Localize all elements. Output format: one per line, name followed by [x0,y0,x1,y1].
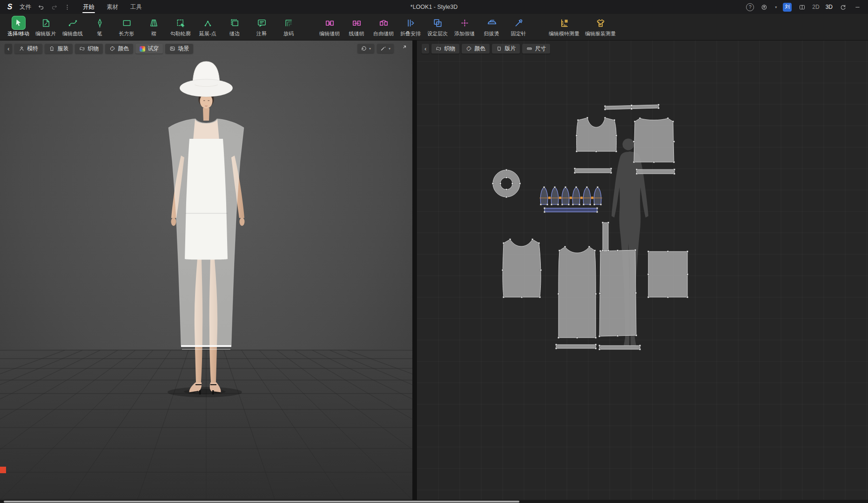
pattern-handle[interactable] [576,337,578,339]
alert-badge[interactable] [0,467,6,473]
pattern-handle[interactable] [574,172,576,174]
pattern-handle[interactable] [588,246,590,248]
pattern-handle[interactable] [667,251,669,252]
pattern-handle[interactable] [610,172,612,174]
pattern-handle[interactable] [576,150,578,152]
tool-add-baste[interactable]: 添加假缝 [451,14,478,37]
pattern-handle[interactable] [558,250,560,252]
horizontal-scrollbar[interactable] [0,500,868,503]
pattern-handle[interactable] [544,211,545,213]
pattern-handle[interactable] [564,246,566,248]
pattern-handle[interactable] [602,250,604,252]
pattern-handle[interactable] [586,186,588,188]
pattern-piece-slip-bodice[interactable] [503,239,541,297]
pattern-handle[interactable] [579,204,580,205]
pattern-handle[interactable] [635,334,637,336]
panel-divider[interactable] [412,40,417,503]
pattern-handle[interactable] [539,296,541,298]
pattern-piece-dress-front-panel[interactable] [558,247,596,338]
pattern-handle[interactable] [600,204,602,205]
pattern-handle[interactable] [558,337,559,339]
pattern-handle[interactable] [594,250,596,252]
pattern-handle[interactable] [589,204,591,205]
pattern-handle[interactable] [599,292,601,294]
pattern-handle[interactable] [607,250,609,252]
view-2d-toggle[interactable]: 2D [812,4,819,10]
pattern-handle[interactable] [540,204,542,205]
chip-color[interactable]: 颜色 [462,44,490,54]
pattern-handle[interactable] [538,242,540,244]
pattern-handle[interactable] [555,347,557,349]
pattern-handle[interactable] [639,348,641,350]
sheer-dress[interactable] [168,119,244,346]
tool-sew-line[interactable]: 线缝纫 [343,14,370,37]
pattern-handle[interactable] [502,269,504,271]
user-avatar[interactable]: 刘 [783,3,792,12]
pattern-handle[interactable] [686,251,688,252]
collapse-panel-button[interactable]: ‹ [422,44,429,54]
pattern-handle[interactable] [599,335,600,337]
pattern-handle[interactable] [511,183,513,184]
pattern-handle[interactable] [583,204,585,205]
pattern-handle[interactable] [604,117,606,119]
chip-color[interactable]: 颜色 [105,44,133,54]
undo-icon[interactable] [37,3,45,11]
pattern-handle[interactable] [509,238,511,240]
pattern-handle[interactable] [647,273,649,275]
menu-file[interactable]: 文件 [19,3,32,11]
pattern-handle[interactable] [667,117,669,119]
pattern-handle[interactable] [633,161,635,163]
chip-fabric[interactable]: 织物 [75,44,103,54]
tool-rect[interactable]: 长方形 [113,14,140,37]
pattern-handle[interactable] [673,173,675,175]
pattern-handle[interactable] [636,173,638,175]
collapse-panel-button[interactable]: ‹ [5,44,12,54]
pattern-handle[interactable] [555,344,557,346]
pattern-handle[interactable] [558,293,559,295]
pattern-handle[interactable] [615,135,617,136]
pattern-handle[interactable] [554,186,556,188]
pattern-handle[interactable] [505,196,507,198]
tool-cursor-move[interactable]: 选择/移动 [5,14,32,37]
pattern-handle[interactable] [596,211,598,213]
pattern-handle[interactable] [633,141,635,143]
pattern-handle[interactable] [658,104,659,106]
pattern-handle[interactable] [686,273,688,275]
pattern-handle[interactable] [673,169,675,170]
pattern-handle[interactable] [607,222,609,224]
tool-expand-point[interactable]: 延展-点 [194,14,221,37]
pattern-handle[interactable] [635,292,637,294]
menu-start[interactable]: 开始 [78,0,100,14]
pattern-handle[interactable] [572,204,574,205]
pattern-handle[interactable] [595,150,597,152]
pattern-handle[interactable] [634,249,636,251]
pattern-handle[interactable] [519,183,521,184]
pattern-handle[interactable] [574,168,576,170]
pattern-handle[interactable] [599,348,600,350]
pattern-handle[interactable] [593,204,595,205]
pattern-handle[interactable] [503,242,505,244]
minimize-icon[interactable] [853,3,861,11]
pattern-piece-bodice-back[interactable] [634,118,674,162]
tool-note[interactable]: 注释 [248,14,275,37]
chip-ruler[interactable]: 尺寸 [522,44,550,54]
pattern-handle[interactable] [673,141,675,143]
pattern-handle[interactable] [631,105,632,107]
view-rotate-button[interactable]: ▾ [357,44,374,53]
pattern-handle[interactable] [551,204,552,205]
pattern-handle[interactable] [639,117,641,119]
tool-board-edit[interactable]: 编辑版片 [32,14,59,37]
tool-outline[interactable]: 勾勒轮廓 [167,14,194,37]
pattern-handle[interactable] [595,337,597,339]
pattern-piece-strip-b[interactable] [637,170,674,174]
pattern-handle[interactable] [615,150,617,152]
pattern-handle[interactable] [647,251,649,252]
horizontal-scrollbar-thumb[interactable] [4,501,519,503]
pattern-handle[interactable] [561,204,563,205]
pattern-handle[interactable] [631,108,632,110]
viewport-2d[interactable]: ‹织物颜色版片尺寸 [417,40,868,503]
pattern-piece-rect-panel[interactable] [648,252,687,297]
pattern-handle[interactable] [597,186,599,188]
pattern-handle[interactable] [505,189,507,190]
pattern-handle[interactable] [599,250,601,252]
